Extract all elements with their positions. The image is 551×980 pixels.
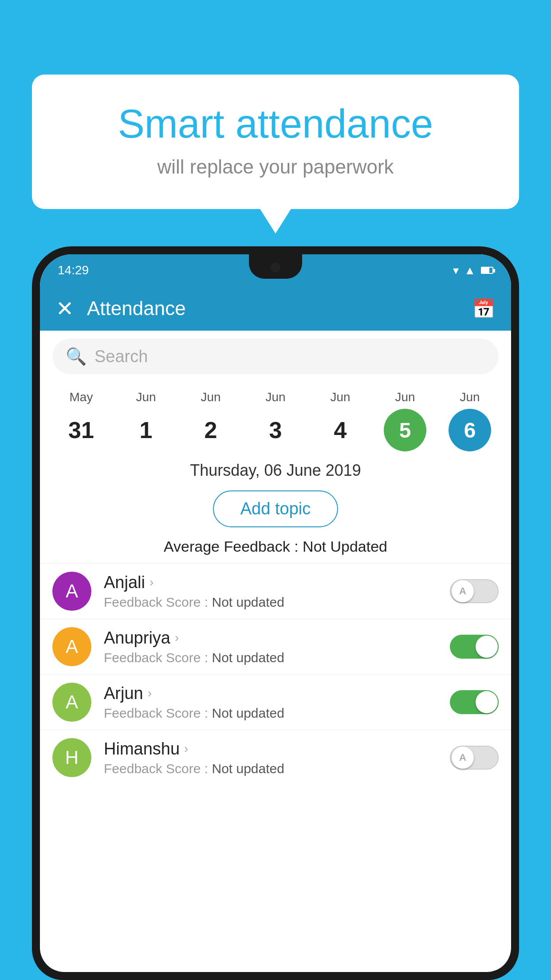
day-number: 6 xyxy=(449,409,491,451)
add-topic-button[interactable]: Add topic xyxy=(213,490,338,527)
day-month: Jun xyxy=(330,390,350,404)
attendance-toggle[interactable]: A xyxy=(450,746,499,770)
student-avatar: H xyxy=(52,738,91,777)
search-bar[interactable]: 🔍 Search xyxy=(52,339,499,374)
toggle-knob: A xyxy=(452,580,474,602)
avg-feedback-label: Average Feedback : xyxy=(164,538,303,555)
student-list: A Anjali › Feedback Score : Not updated … xyxy=(40,563,511,785)
wifi-icon: ▾ xyxy=(453,264,459,277)
calendar-day[interactable]: Jun 1 xyxy=(119,390,173,451)
student-name: Himanshu › xyxy=(104,739,450,759)
day-month: Jun xyxy=(395,390,415,404)
bubble-subtitle: will replace your paperwork xyxy=(67,156,484,178)
calendar-row: May 31 Jun 1 Jun 2 Jun 3 Jun 4 Jun 5 Jun… xyxy=(40,382,511,451)
bubble-title: Smart attendance xyxy=(67,101,484,147)
day-number: 5 xyxy=(384,409,426,451)
day-month: Jun xyxy=(201,390,220,404)
signal-icon: ▲ xyxy=(464,264,476,277)
calendar-day[interactable]: Jun 6 xyxy=(443,390,496,451)
student-info: Arjun › Feedback Score : Not updated xyxy=(104,684,450,721)
attendance-toggle[interactable]: P xyxy=(450,690,499,714)
status-bar: 14:29 ▾ ▲ xyxy=(40,254,511,286)
toggle-knob: P xyxy=(476,691,498,713)
speech-bubble: Smart attendance will replace your paper… xyxy=(32,75,519,209)
day-month: Jun xyxy=(265,390,285,404)
student-avatar: A xyxy=(52,627,91,666)
feedback-score: Feedback Score : Not updated xyxy=(104,650,450,665)
day-month: Jun xyxy=(460,390,480,404)
student-info: Anjali › Feedback Score : Not updated xyxy=(104,573,450,610)
student-item[interactable]: H Himanshu › Feedback Score : Not update… xyxy=(40,730,511,785)
chevron-icon: › xyxy=(150,575,153,589)
app-title: Attendance xyxy=(87,297,472,320)
student-avatar: A xyxy=(52,572,91,611)
student-info: Himanshu › Feedback Score : Not updated xyxy=(104,739,450,776)
status-time: 14:29 xyxy=(58,263,89,277)
feedback-score: Feedback Score : Not updated xyxy=(104,761,450,776)
search-icon: 🔍 xyxy=(66,347,87,366)
student-item[interactable]: A Arjun › Feedback Score : Not updated P xyxy=(40,674,511,730)
status-icons: ▾ ▲ xyxy=(453,264,493,277)
feedback-score: Feedback Score : Not updated xyxy=(104,706,450,721)
toggle-knob: A xyxy=(452,747,474,769)
calendar-day[interactable]: Jun 2 xyxy=(184,390,237,451)
student-avatar: A xyxy=(52,683,91,722)
student-name: Anjali › xyxy=(104,573,450,592)
camera-dot xyxy=(271,262,280,272)
student-info: Anupriya › Feedback Score : Not updated xyxy=(104,628,450,665)
app-bar: ✕ Attendance 📅 xyxy=(40,286,511,331)
chevron-icon: › xyxy=(184,742,188,756)
calendar-icon[interactable]: 📅 xyxy=(472,298,495,320)
student-item[interactable]: A Anupriya › Feedback Score : Not update… xyxy=(40,619,511,674)
close-button[interactable]: ✕ xyxy=(56,296,74,321)
search-input[interactable]: Search xyxy=(94,347,148,366)
day-number: 31 xyxy=(60,409,102,451)
feedback-score: Feedback Score : Not updated xyxy=(104,595,450,610)
calendar-day[interactable]: Jun 4 xyxy=(314,390,367,451)
phone-notch xyxy=(249,254,302,279)
day-month: Jun xyxy=(136,390,156,404)
phone-screen: 14:29 ▾ ▲ ✕ Attendance 📅 🔍 Search May 31… xyxy=(40,254,511,972)
average-feedback: Average Feedback : Not Updated xyxy=(40,533,511,563)
day-number: 3 xyxy=(254,409,297,451)
calendar-day[interactable]: May 31 xyxy=(55,390,108,451)
student-item[interactable]: A Anjali › Feedback Score : Not updated … xyxy=(40,563,511,619)
chevron-icon: › xyxy=(148,686,152,700)
day-number: 4 xyxy=(319,409,362,451)
phone-frame: 14:29 ▾ ▲ ✕ Attendance 📅 🔍 Search May 31… xyxy=(32,246,519,980)
toggle-knob: P xyxy=(476,636,498,658)
chevron-icon: › xyxy=(175,631,179,645)
calendar-day[interactable]: Jun 3 xyxy=(249,390,302,451)
calendar-day[interactable]: Jun 5 xyxy=(378,390,432,451)
day-number: 2 xyxy=(189,409,232,451)
day-month: May xyxy=(70,390,93,404)
attendance-toggle[interactable]: A xyxy=(450,579,499,603)
student-name: Anupriya › xyxy=(104,628,450,648)
avg-feedback-value: Not Updated xyxy=(303,538,387,555)
date-header: Thursday, 06 June 2019 xyxy=(40,451,511,484)
attendance-toggle[interactable]: P xyxy=(450,635,499,659)
day-number: 1 xyxy=(125,409,167,451)
battery-icon xyxy=(481,267,493,274)
student-name: Arjun › xyxy=(104,684,450,703)
